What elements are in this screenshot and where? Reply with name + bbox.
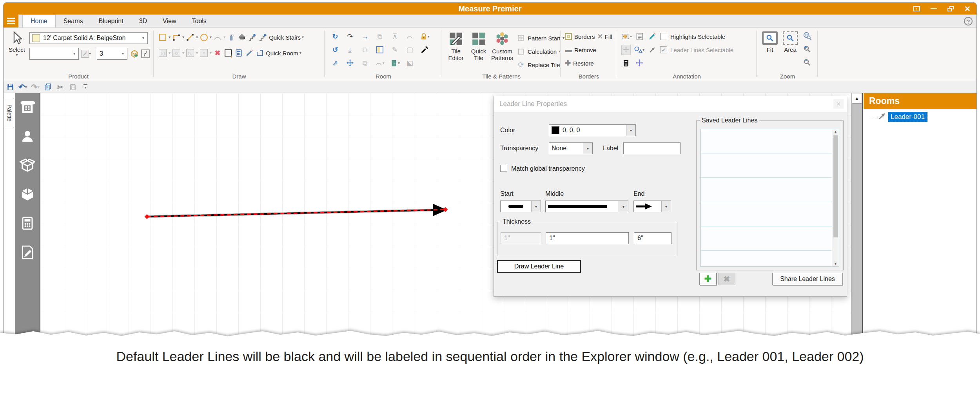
end-combo-caret-icon[interactable]: ▾ [661, 201, 671, 212]
arc-segment-button[interactable] [405, 31, 414, 42]
quick-stairs-label[interactable]: Quick Stairs [269, 34, 301, 41]
tab-3d[interactable]: 3D [131, 15, 155, 27]
calculation-button[interactable]: Calculation▾ [516, 46, 561, 57]
fill-button[interactable]: ✕ Fill [597, 33, 612, 40]
seam-pencil-button[interactable]: ▾ [81, 49, 91, 59]
product-combo-caret-icon[interactable]: ▾ [142, 36, 144, 40]
replace-tile-button[interactable]: ⟳ Replace Tile [516, 60, 560, 70]
freehand-pencil-button[interactable] [245, 48, 254, 58]
draw-ellipse-caret-icon[interactable]: ▾ [210, 35, 212, 39]
draw-rectangle-button[interactable] [158, 32, 167, 42]
draw-arc-caret-icon[interactable]: ▾ [223, 35, 225, 39]
inventory-panel-button[interactable] [20, 186, 35, 202]
dialog-close-button[interactable]: ✕ [833, 99, 844, 109]
match-global-transparency-label[interactable]: Match global transparency [511, 165, 585, 172]
keypad-button[interactable] [621, 58, 631, 68]
select-tool-button[interactable]: Select ▾ [7, 31, 27, 57]
flip-arc-button[interactable]: ↷ [345, 31, 355, 42]
cut-button[interactable]: ✂ [56, 82, 65, 92]
end-style-combobox[interactable]: ▾ [633, 201, 671, 212]
paste-button[interactable] [69, 82, 77, 92]
notes-list-button[interactable] [635, 31, 644, 42]
draw-leader-line-button[interactable]: Draw Leader Line [497, 260, 581, 273]
ramp-button[interactable]: ⬕ [405, 58, 415, 68]
saved-list-row[interactable] [701, 153, 832, 178]
saved-list-row[interactable] [701, 129, 832, 153]
cutout-triangle-button[interactable]: ◺ [185, 48, 195, 58]
leader-lines-selectable-label[interactable]: Leader Lines Selectable [670, 47, 733, 53]
leader-start-handle[interactable] [145, 214, 150, 219]
zoom-area-button[interactable]: Area [781, 31, 799, 53]
start-combo-caret-icon[interactable]: ▾ [531, 201, 541, 212]
move-room-button[interactable] [345, 58, 355, 68]
quick-stairs-caret-icon[interactable]: ▾ [302, 35, 304, 39]
transparency-combo-caret-icon[interactable]: ▾ [583, 143, 592, 154]
blank-page-button[interactable]: ▢ [405, 45, 414, 55]
add-product-button[interactable] [130, 49, 139, 59]
borders-button[interactable]: Borders [565, 33, 595, 40]
cutout-rect-button[interactable]: ▢ [158, 48, 167, 58]
worksheet-panel-button[interactable] [20, 244, 35, 260]
draw-corner-caret-icon[interactable]: ▾ [182, 35, 184, 39]
fill-grid-button[interactable] [375, 45, 385, 55]
cutout-rect-caret-icon[interactable]: ▾ [169, 51, 171, 55]
duplicate-button[interactable]: ⧉ [375, 31, 385, 42]
minimize-button[interactable]: — [930, 5, 937, 12]
help-icon[interactable]: ? [964, 17, 973, 26]
transparency-combobox[interactable]: None ▾ [549, 142, 593, 154]
door-button[interactable]: ▾ [390, 58, 400, 68]
remove-border-button[interactable]: ▬ Remove [565, 46, 596, 53]
quick-room-label[interactable]: Quick Room [266, 50, 298, 57]
cutout-diamond-button[interactable]: ◇ [172, 48, 181, 58]
calculator-panel-button[interactable] [20, 215, 35, 231]
arc-edit-caret-icon[interactable]: ▾ [382, 61, 384, 65]
rotate-cw-button[interactable]: ↻ [330, 31, 340, 42]
extend-down-button[interactable]: ⤓ [345, 45, 355, 55]
extend-right-button[interactable]: → [360, 31, 370, 42]
lock-button[interactable]: ▾ [420, 31, 430, 42]
pattern-start-button[interactable]: Pattern Start▾ [516, 33, 564, 43]
canvas-vertical-scrollbar[interactable]: ▲ [851, 93, 862, 339]
restore-button[interactable] [947, 6, 954, 11]
list-scroll-down-icon[interactable]: ▼ [834, 262, 837, 266]
highlights-selectable-checkbox[interactable] [660, 33, 667, 40]
zoom-world-button[interactable] [802, 31, 812, 41]
shapes-caret-icon[interactable]: ▾ [642, 48, 644, 52]
move-annotation-button[interactable] [621, 45, 631, 55]
saved-list-row[interactable] [701, 226, 832, 251]
undo-caret-icon[interactable]: ▾ [25, 85, 27, 89]
thickness-start-input[interactable] [501, 232, 541, 244]
cutout-circle-button[interactable]: ○ [199, 48, 209, 58]
color-combo-caret-icon[interactable]: ▾ [626, 125, 635, 136]
eyedropper-button[interactable] [420, 45, 429, 55]
tile-editor-button[interactable]: Tile Editor [445, 31, 467, 62]
draw-rectangle-caret-icon[interactable]: ▾ [169, 35, 171, 39]
tab-home[interactable]: Home [22, 15, 56, 27]
lock-caret-icon[interactable]: ▾ [428, 35, 430, 38]
list-scroll-thumb[interactable] [833, 135, 838, 237]
list-scroll-up-icon[interactable]: ▲ [834, 130, 837, 134]
pin-ribbon-button[interactable]: ↑ [913, 5, 920, 12]
match-global-transparency-checkbox[interactable] [500, 165, 507, 172]
merge-button[interactable]: ⧉ [360, 58, 370, 68]
copy-room-button[interactable]: ⧉ [360, 45, 370, 55]
rooms-item-label[interactable]: Leader-001 [888, 112, 927, 122]
rotate-ccw-button[interactable]: ↺ [330, 45, 340, 55]
palette-tab[interactable]: Palette [5, 98, 14, 128]
zoom-fit-button[interactable]: Fit [761, 31, 779, 53]
shapes-button[interactable]: ▾ [634, 45, 644, 55]
thickness-end-input[interactable] [634, 232, 671, 244]
products-panel-button[interactable] [20, 157, 35, 173]
door-caret-icon[interactable]: ▾ [398, 61, 400, 65]
tape-caret-icon[interactable]: ▾ [630, 35, 632, 38]
scrollbar-up-icon[interactable]: ▲ [852, 93, 862, 104]
share-leader-lines-button[interactable]: Share Leader Lines [772, 273, 843, 285]
draw-ellipse-button[interactable] [199, 32, 209, 42]
saved-list-row[interactable] [701, 178, 832, 202]
add-saved-leader-button[interactable]: ✚ [699, 273, 717, 285]
product-variant-combobox[interactable]: ▾ [29, 48, 79, 60]
stairs-tool-button[interactable] [248, 32, 257, 42]
color-combobox[interactable]: 0, 0, 0 ▾ [549, 124, 636, 136]
quantity-combobox[interactable]: 3▾ [97, 48, 127, 60]
tab-seams[interactable]: Seams [56, 15, 91, 27]
